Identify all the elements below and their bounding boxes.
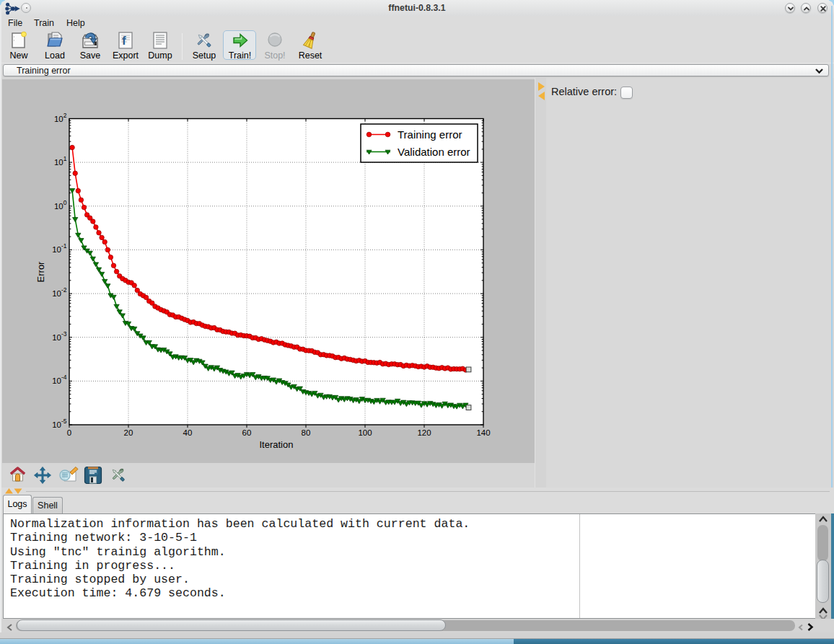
- svg-text:Error: Error: [35, 261, 46, 283]
- svg-text:140: 140: [476, 428, 490, 437]
- svg-text:120: 120: [417, 428, 431, 437]
- svg-text:Validation error: Validation error: [398, 146, 470, 158]
- svg-text:20: 20: [124, 428, 133, 437]
- svg-text:80: 80: [302, 428, 311, 437]
- svg-text:Iteration: Iteration: [260, 439, 294, 450]
- svg-text:40: 40: [183, 428, 193, 437]
- svg-text:Training error: Training error: [398, 128, 462, 141]
- svg-text:f: f: [122, 34, 126, 48]
- svg-text:60: 60: [242, 428, 252, 437]
- svg-text:0: 0: [67, 428, 71, 437]
- svg-text:100: 100: [358, 428, 372, 437]
